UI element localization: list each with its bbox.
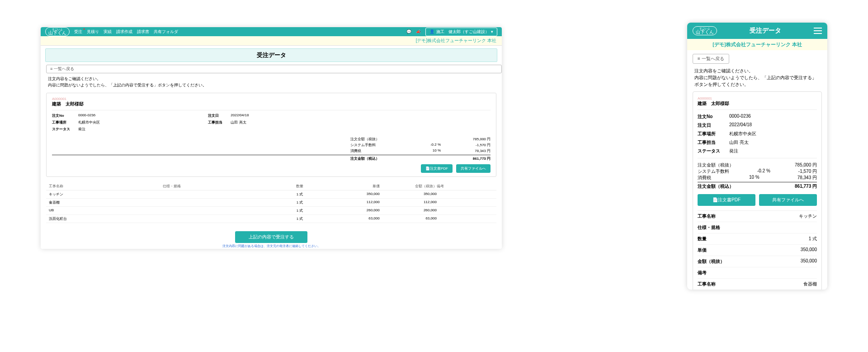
nav-results[interactable]: 実績 [104, 29, 112, 35]
contact-note: 注文内容に問題がある場合は、注文元の発注者に連絡してください。 [41, 244, 502, 248]
order-no-value: 0000-0236 [78, 113, 200, 118]
order-date-value: 2022/04/18 [231, 113, 352, 118]
chat-icon[interactable]: 💬 [406, 29, 411, 34]
top-nav: すごいよ山下くん 受注 見積り 実績 請求作成 請求書 共有フォルダ 💬 📣 👤… [41, 27, 502, 36]
desktop-window: すごいよ山下くん 受注 見積り 実績 請求作成 請求書 共有フォルダ 💬 📣 👤… [41, 27, 502, 249]
case-name: 建築 太郎様邸 [52, 101, 491, 107]
user-label: 施工 健太郎（すご山建設） [436, 29, 489, 35]
nav-shared[interactable]: 共有フォルダ [154, 29, 178, 35]
case-id: A000001 [52, 97, 491, 101]
chevron-down-icon: ▾ [491, 29, 493, 34]
page-title: 受注データ [45, 48, 497, 62]
table-row: 洗面化粧台1 式63,00063,000 [46, 215, 496, 223]
table-row: UB1 式260,000260,000 [46, 207, 496, 215]
table-row: キッチン1 式350,000350,000 [46, 190, 496, 199]
announce-icon[interactable]: 📣 [416, 29, 421, 34]
order-date-label: 注文日 [208, 113, 222, 118]
logo: すごいよ山下くん [45, 27, 70, 36]
order-card: A000001 建築 太郎様邸 注文No0000-0236 注文日2022/04… [693, 91, 822, 290]
confirm-message: 注文内容をご確認ください。内容に問題がないようでしたら、「上記の内容で受注する」… [41, 73, 502, 91]
nav-invoice-create[interactable]: 請求作成 [116, 29, 132, 35]
place-label: 工事場所 [52, 120, 70, 125]
order-no-label: 注文No [52, 113, 70, 118]
tenant-strip: [デモ]株式会社フューチャーリンク 本社 [41, 36, 502, 46]
nav-estimate[interactable]: 見積り [87, 29, 99, 35]
nav-links: 受注 見積り 実績 請求作成 請求書 共有フォルダ [74, 29, 178, 35]
user-menu[interactable]: 👤 施工 健太郎（すご山建設） ▾ [425, 28, 497, 36]
back-button[interactable]: ≡ 一覧へ戻る [693, 54, 729, 64]
person-value: 山田 亮太 [231, 120, 352, 125]
logo: すごいよ山下くん [693, 26, 717, 35]
items-table: 工事名称仕様・規格数量単価金額（税抜）備考 キッチン1 式350,000350,… [46, 182, 496, 223]
mobile-tenant: [デモ]株式会社フューチャーリンク 本社 [687, 39, 827, 50]
amount-block: 注文金額（税抜）785,000 円 システム手数料-0.2 %-1,570 円 … [52, 136, 491, 162]
pdf-button[interactable]: 📄注文書PDF [421, 164, 453, 173]
person-label: 工事担当 [208, 120, 222, 125]
mobile-header: すごいよ山下くん 受注データ [687, 23, 827, 39]
order-card: A000001 建築 太郎様邸 注文No0000-0236 注文日2022/04… [46, 93, 496, 177]
place-value: 札幌市中央区 [78, 120, 200, 125]
hamburger-icon[interactable] [814, 28, 822, 34]
table-row: 食器棚1 式112,000112,000 [46, 199, 496, 207]
share-button[interactable]: 共有ファイルへ [456, 164, 491, 173]
share-button[interactable]: 共有ファイルへ [759, 194, 817, 206]
nav-invoice[interactable]: 請求書 [137, 29, 149, 35]
nav-order[interactable]: 受注 [74, 29, 82, 35]
item-detail: 工事名称キッチン 仕様・規格 数量1 式 単価350,000 金額（税抜）350… [698, 210, 817, 290]
mobile-title: 受注データ [750, 27, 781, 35]
confirm-message: 注文内容をご確認ください。内容に問題がないようでしたら、「上記の内容で受注する」… [694, 67, 820, 88]
pdf-button[interactable]: 📄注文書PDF [698, 194, 755, 206]
status-label: ステータス [52, 127, 70, 132]
mobile-window: すごいよ山下くん 受注データ [デモ]株式会社フューチャーリンク 本社 ≡ 一覧… [687, 23, 827, 290]
status-value: 発注 [78, 127, 200, 132]
user-icon: 👤 [429, 29, 434, 34]
accept-button[interactable]: 上記の内容で受注する [235, 231, 307, 243]
back-button[interactable]: ≡ 一覧へ戻る [46, 65, 502, 73]
